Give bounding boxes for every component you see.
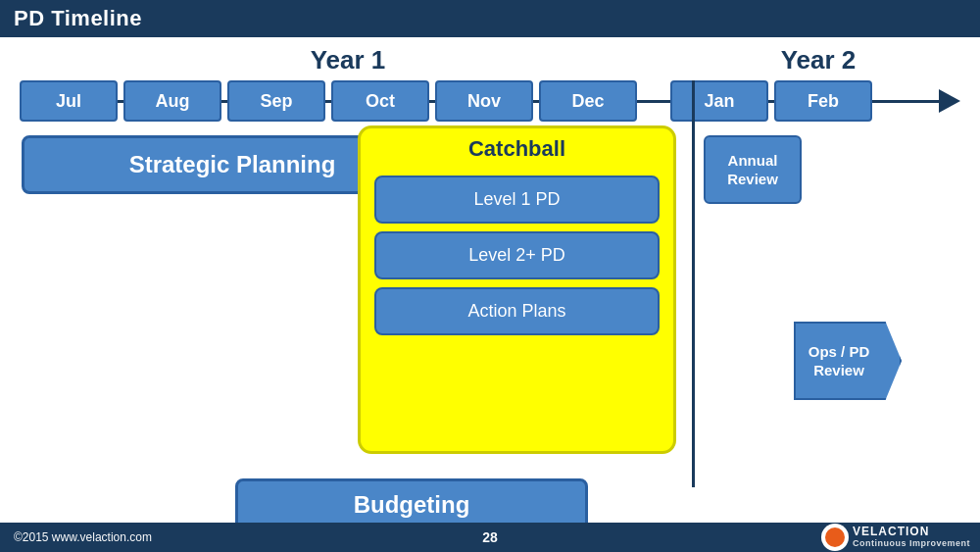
logo-text: Velaction xyxy=(853,526,970,538)
title-text: PD Timeline xyxy=(14,6,142,30)
month-aug: Aug xyxy=(123,80,221,122)
timeline-arrow xyxy=(939,89,960,113)
year-separator xyxy=(692,80,695,487)
footer: ©2015 www.velaction.com 28 Velaction Con… xyxy=(0,523,980,552)
month-feb: Feb xyxy=(774,80,872,122)
footer-copyright: ©2015 www.velaction.com xyxy=(14,530,152,544)
month-sep: Sep xyxy=(227,80,325,122)
main-content: Year 1 Year 2 Jul Aug Sep Oct Nov Dec Ja… xyxy=(0,37,980,527)
annual-review-box: AnnualReview xyxy=(704,135,802,204)
logo-subtitle: Continuous Improvement xyxy=(853,539,970,549)
level2-pd-box: Level 2+ PD xyxy=(374,231,660,279)
month-nov: Nov xyxy=(435,80,533,122)
year2-label: Year 2 xyxy=(686,45,951,75)
month-jan: Jan xyxy=(670,80,768,122)
page-title: PD Timeline xyxy=(0,0,980,37)
year1-label: Year 1 xyxy=(29,45,666,75)
footer-page: 28 xyxy=(482,529,498,545)
footer-logo: Velaction Continuous Improvement xyxy=(821,524,970,551)
month-jul: Jul xyxy=(20,80,118,122)
action-plans-box: Action Plans xyxy=(374,287,660,335)
level1-pd-box: Level 1 PD xyxy=(374,176,660,224)
catchball-title: Catchball xyxy=(361,128,673,168)
month-row: Jul Aug Sep Oct Nov Dec Jan Feb xyxy=(20,80,878,122)
logo-icon-inner xyxy=(825,527,845,547)
ops-pd-review: Ops / PDReview xyxy=(794,322,902,400)
logo-icon xyxy=(821,524,849,551)
ops-pd-review-box: Ops / PDReview xyxy=(794,322,902,400)
catchball-container: Catchball Level 1 PD Level 2+ PD Action … xyxy=(358,125,676,454)
month-dec: Dec xyxy=(539,80,637,122)
month-oct: Oct xyxy=(331,80,429,122)
